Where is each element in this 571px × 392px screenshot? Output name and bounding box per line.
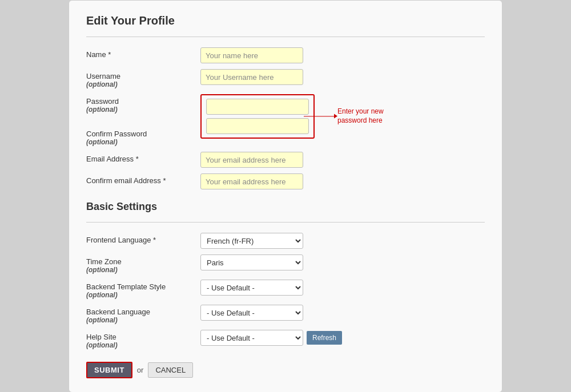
password-input[interactable] — [206, 99, 309, 115]
confirm-email-input[interactable] — [200, 173, 303, 189]
cancel-button[interactable]: CANCEL — [148, 362, 193, 378]
name-row: Name * — [86, 47, 485, 63]
username-field — [200, 69, 485, 85]
password-label: Password (optional) — [86, 97, 200, 114]
email-row: Email Address * — [86, 152, 485, 168]
backend-template-field: - Use Default - — [200, 280, 485, 296]
confirm-email-field — [200, 173, 485, 189]
help-site-label: Help Site (optional) — [86, 330, 200, 349]
username-row: Username (optional) — [86, 69, 485, 88]
arrow-line — [304, 116, 335, 117]
backend-language-select[interactable]: - Use Default - — [200, 305, 303, 321]
page-title: Edit Your Profile — [86, 14, 485, 27]
frontend-language-row: Frontend Language * French (fr-FR) Engli… — [86, 233, 485, 249]
username-input[interactable] — [200, 69, 303, 85]
section-divider — [86, 37, 485, 37]
confirm-password-input[interactable] — [206, 118, 309, 134]
password-bordered-group — [200, 94, 315, 139]
backend-template-row: Backend Template Style (optional) - Use … — [86, 280, 485, 299]
refresh-button[interactable]: Refresh — [307, 331, 342, 345]
timezone-label: Time Zone (optional) — [86, 254, 200, 274]
basic-settings-title: Basic Settings — [86, 201, 485, 213]
password-group-row: Password (optional) Confirm Password (op… — [86, 94, 485, 146]
email-field — [200, 152, 485, 168]
frontend-language-label: Frontend Language * — [86, 233, 200, 244]
confirm-email-row: Confirm email Address * — [86, 173, 485, 189]
password-annotation: Enter your new password here — [304, 107, 389, 125]
email-label: Email Address * — [86, 152, 200, 163]
email-input[interactable] — [200, 152, 303, 168]
submit-button[interactable]: SUBMIT — [86, 362, 132, 378]
basic-settings-divider — [86, 222, 485, 223]
profile-form-card: Edit Your Profile Name * Username (optio… — [69, 0, 502, 392]
timezone-row: Time Zone (optional) Paris London New Yo… — [86, 254, 485, 274]
or-text: or — [137, 366, 144, 374]
backend-template-label: Backend Template Style (optional) — [86, 280, 200, 299]
help-site-select[interactable]: - Use Default - — [200, 330, 303, 346]
backend-template-select[interactable]: - Use Default - — [200, 280, 303, 296]
backend-language-label: Backend Language (optional) — [86, 305, 200, 324]
help-site-row: Help Site (optional) - Use Default - Ref… — [86, 330, 485, 349]
name-field — [200, 47, 485, 63]
form-actions: SUBMIT or CANCEL — [86, 362, 485, 378]
password-labels: Password (optional) Confirm Password (op… — [86, 94, 200, 146]
confirm-password-label: Confirm Password (optional) — [86, 130, 200, 146]
backend-language-field: - Use Default - — [200, 305, 485, 321]
username-label: Username (optional) — [86, 69, 200, 88]
name-label: Name * — [86, 47, 200, 59]
frontend-language-select[interactable]: French (fr-FR) English (en-US) German (d… — [200, 233, 303, 249]
frontend-language-field: French (fr-FR) English (en-US) German (d… — [200, 233, 485, 249]
confirm-email-label: Confirm email Address * — [86, 173, 200, 185]
name-input[interactable] — [200, 47, 303, 63]
password-field-group: Enter your new password here — [200, 94, 485, 139]
timezone-select[interactable]: Paris London New York Tokyo — [200, 254, 303, 270]
backend-language-row: Backend Language (optional) - Use Defaul… — [86, 305, 485, 324]
password-wrapper: Enter your new password here — [200, 94, 315, 139]
timezone-field: Paris London New York Tokyo — [200, 254, 485, 270]
help-site-field: - Use Default - Refresh — [200, 330, 485, 346]
